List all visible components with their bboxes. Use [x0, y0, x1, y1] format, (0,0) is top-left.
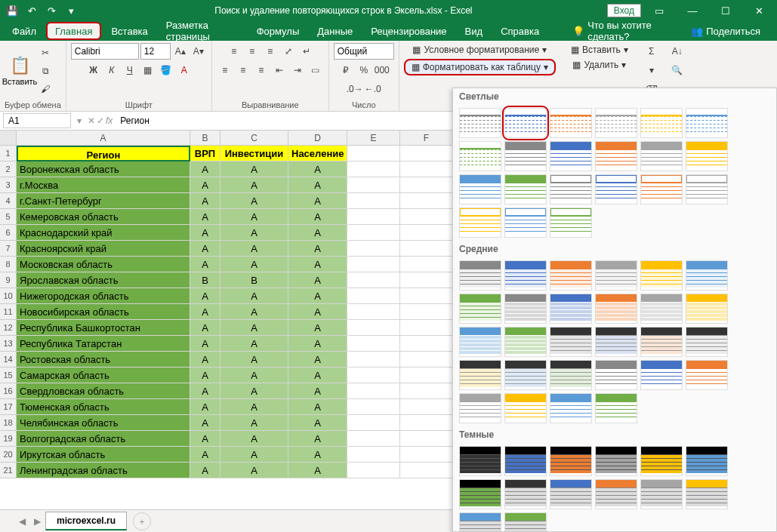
cell[interactable]: A	[190, 193, 220, 209]
table-header-cell[interactable]: Регион	[17, 146, 190, 161]
tab-help[interactable]: Справка	[492, 21, 548, 41]
align-top-button[interactable]: ≡	[226, 43, 242, 60]
row-header[interactable]: 20	[0, 447, 17, 463]
cell[interactable]	[400, 399, 453, 415]
cell[interactable]: A	[288, 336, 347, 352]
tell-me-field[interactable]: 💡 Что вы хотите сделать?	[563, 21, 682, 41]
table-style-option[interactable]	[504, 294, 547, 324]
table-style-option[interactable]	[550, 108, 592, 138]
table-style-option[interactable]	[550, 208, 592, 238]
row-header[interactable]: 12	[0, 320, 17, 336]
cell[interactable]: Свердловская область	[17, 383, 190, 399]
cell[interactable]: A	[190, 225, 220, 241]
table-style-option[interactable]	[640, 260, 683, 291]
font-size-combo[interactable]	[140, 43, 171, 60]
sheet-nav-next[interactable]: ▶	[30, 516, 44, 527]
cell[interactable]: A	[190, 415, 220, 431]
row-header[interactable]: 14	[0, 352, 17, 367]
cell[interactable]: A	[190, 320, 220, 336]
decrease-decimal-button[interactable]: ←.0	[365, 81, 381, 97]
cell[interactable]	[347, 146, 400, 161]
border-button[interactable]: ▦	[140, 62, 156, 78]
table-style-option[interactable]	[459, 512, 501, 532]
cell[interactable]: A	[220, 336, 288, 352]
font-name-combo[interactable]	[71, 43, 139, 60]
cell[interactable]: A	[288, 320, 347, 336]
cell[interactable]	[347, 352, 400, 367]
add-sheet-button[interactable]: ＋	[133, 512, 151, 530]
column-header[interactable]: B	[190, 131, 220, 145]
cell[interactable]	[347, 209, 400, 225]
cell[interactable]	[347, 463, 400, 478]
cell[interactable]: A	[220, 320, 288, 336]
bold-button[interactable]: Ж	[85, 62, 102, 78]
wrap-text-button[interactable]: ↵	[298, 43, 315, 60]
fx-button[interactable]: fx	[106, 115, 113, 126]
table-style-option[interactable]	[550, 393, 592, 423]
minimize-button[interactable]: —	[677, 0, 708, 21]
align-right-button[interactable]: ≡	[253, 62, 270, 78]
cell[interactable]	[400, 241, 453, 257]
select-all-button[interactable]	[0, 131, 17, 145]
table-style-option[interactable]	[686, 174, 728, 204]
cell[interactable]: A	[288, 447, 347, 463]
currency-button[interactable]: ₽	[338, 62, 354, 78]
row-header[interactable]: 3	[0, 177, 17, 193]
cell[interactable]: A	[288, 304, 347, 320]
table-style-option[interactable]	[686, 141, 728, 171]
share-button[interactable]: 👥 Поделиться	[682, 21, 769, 41]
cell[interactable]: A	[190, 304, 220, 320]
copy-button[interactable]: ⧉	[37, 63, 54, 79]
cell[interactable]: Ленинградская область	[17, 463, 190, 478]
cell[interactable]	[400, 415, 453, 431]
paste-button[interactable]: 📋 Вставить	[5, 50, 35, 92]
table-style-option[interactable]	[550, 294, 592, 324]
enter-formula-button[interactable]: ✓	[97, 115, 104, 126]
cell[interactable]: A	[220, 367, 288, 383]
table-style-option[interactable]	[459, 393, 501, 423]
table-style-option[interactable]	[504, 327, 547, 357]
row-header[interactable]: 7	[0, 241, 17, 257]
table-style-option[interactable]	[504, 446, 547, 476]
table-style-option[interactable]	[550, 479, 592, 509]
table-style-option[interactable]	[504, 208, 547, 238]
table-style-option[interactable]	[595, 327, 637, 357]
cell[interactable]: Московская область	[17, 257, 190, 272]
sheet-nav-prev[interactable]: ◀	[15, 516, 29, 527]
row-header[interactable]: 19	[0, 431, 17, 447]
table-style-option[interactable]	[459, 260, 501, 291]
cell[interactable]	[347, 367, 400, 383]
table-style-option[interactable]	[550, 260, 592, 291]
cell[interactable]: Воронежская область	[17, 161, 190, 177]
cell[interactable]: Челябинская область	[17, 415, 190, 431]
table-style-option[interactable]	[686, 327, 728, 357]
format-painter-button[interactable]: 🖌	[37, 81, 54, 97]
qat-customize-button[interactable]: ▾	[62, 2, 80, 20]
table-style-option[interactable]	[504, 512, 547, 532]
cell[interactable]: A	[288, 352, 347, 367]
tab-insert[interactable]: Вставка	[102, 21, 156, 41]
cell[interactable]: A	[190, 399, 220, 415]
cell[interactable]	[400, 288, 453, 304]
cell[interactable]: Новосибирская область	[17, 304, 190, 320]
row-header[interactable]: 17	[0, 399, 17, 415]
column-header[interactable]: F	[400, 131, 453, 145]
table-style-option[interactable]	[686, 260, 728, 291]
cell[interactable]	[347, 177, 400, 193]
table-style-option[interactable]	[550, 327, 592, 357]
cell[interactable]	[347, 193, 400, 209]
cell[interactable]: A	[288, 241, 347, 257]
table-style-option[interactable]	[504, 479, 547, 509]
cell[interactable]: A	[190, 367, 220, 383]
cell[interactable]: A	[190, 161, 220, 177]
cell[interactable]	[347, 399, 400, 415]
table-style-option[interactable]	[595, 294, 637, 324]
column-header[interactable]: C	[220, 131, 288, 145]
cell[interactable]: A	[190, 241, 220, 257]
cell[interactable]: A	[220, 463, 288, 478]
cell[interactable]	[400, 193, 453, 209]
table-style-option[interactable]	[504, 174, 547, 204]
cell[interactable]	[347, 225, 400, 241]
cell[interactable]	[347, 161, 400, 177]
tab-data[interactable]: Данные	[308, 21, 362, 41]
